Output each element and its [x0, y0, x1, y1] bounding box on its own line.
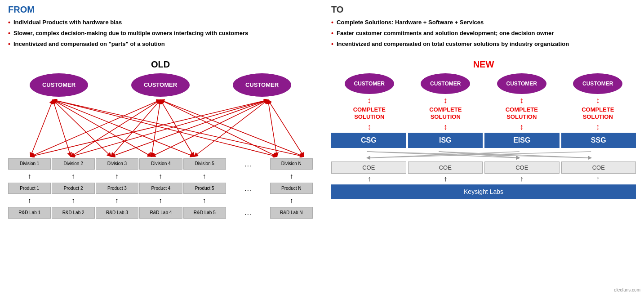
division-dots: … [227, 158, 269, 170]
svg-line-5 [71, 100, 160, 157]
rdlab-4: R&D Lab 4 [139, 207, 182, 218]
coe-3: COE [484, 161, 560, 174]
solution-to-sg-arrows: ↕ ↕ ↕ ↕ [331, 123, 636, 131]
ssg-box: SSG [561, 133, 636, 148]
new-diagram-title: NEW [331, 59, 636, 70]
arrow-col-1: ↕ [331, 96, 408, 104]
up-arrows-2: ↑ ↑ ↑ ↑ ↑ ↑ [8, 195, 313, 206]
from-title: FROM [8, 4, 313, 15]
complete-solution-1: COMPLETESOLUTION [345, 106, 394, 121]
product-2: Product 2 [52, 183, 94, 194]
arr-col-sg-2: ↕ [408, 123, 484, 131]
from-bullets: Individual Products with hardware bias S… [8, 18, 313, 51]
complete-solution-2: COMPLETESOLUTION [421, 106, 470, 121]
coe-arrows-svg [331, 150, 636, 160]
keysight-labs-box: Keysight Labs [331, 184, 636, 199]
old-diagram-title: OLD [8, 59, 313, 70]
rdlabs-row: R&D Lab 1 R&D Lab 2 R&D Lab 3 R&D Lab 4 … [8, 207, 313, 218]
eisg-box: EISG [484, 133, 560, 148]
old-customers-row: CUSTOMER CUSTOMER CUSTOMER [8, 73, 313, 97]
to-bullet-3: Incentivized and compensated on total cu… [331, 40, 636, 48]
division-3: Division 3 [96, 158, 138, 170]
division-5: Division 5 [183, 158, 226, 170]
csg-box: CSG [331, 133, 406, 148]
arrow-col-4: ↕ [560, 96, 636, 104]
left-panel: FROM Individual Products with hardware b… [4, 4, 322, 292]
to-bullet-1: Complete Solutions: Hardware + Software … [331, 18, 636, 27]
kl-arrow-col-2: ↑ [408, 175, 484, 183]
arrow-up-b4: ↑ [139, 195, 182, 206]
product-dots: … [227, 183, 269, 194]
old-grid: Division 1 Division 2 Division 3 Divisio… [8, 158, 313, 219]
svg-line-18 [268, 100, 304, 157]
from-bullet-3: Incentivized and compensated on "parts" … [8, 40, 313, 48]
new-customer-1: CUSTOMER [345, 73, 394, 94]
rdlab-1: R&D Lab 1 [8, 207, 51, 218]
old-customer-1: CUSTOMER [30, 73, 88, 97]
isg-box: ISG [408, 133, 483, 148]
product-5: Product 5 [183, 183, 226, 194]
red-arrow-3: ↕ [520, 96, 524, 104]
new-customer-4: CUSTOMER [573, 73, 622, 94]
arrow-up-b2: ↑ [52, 195, 94, 206]
rdlab-3: R&D Lab 3 [96, 207, 138, 218]
old-customer-2: CUSTOMER [131, 73, 190, 97]
division-1: Division 1 [8, 158, 51, 170]
main-container: FROM Individual Products with hardware b… [0, 0, 644, 296]
arrow-up-2: ↑ [52, 170, 94, 182]
old-arrows-svg [8, 99, 313, 157]
new-customer-2: CUSTOMER [421, 73, 470, 94]
red-arrow-2: ↕ [444, 96, 448, 104]
black-arrow-1: ↑ [368, 175, 371, 183]
red-arrow-4: ↕ [596, 96, 600, 104]
arrow-up-n: ↑ [270, 170, 313, 182]
divisions-row: Division 1 Division 2 Division 3 Divisio… [8, 158, 313, 170]
coe-1: COE [331, 161, 406, 174]
arrow-up-4: ↑ [139, 170, 182, 182]
arrow-up-b5: ↑ [183, 195, 226, 206]
arr-col-sg-4: ↕ [560, 123, 636, 131]
arrow-up-5: ↑ [183, 170, 226, 182]
svg-line-4 [31, 100, 160, 157]
arrow-up-b1: ↑ [8, 195, 51, 206]
product-3: Product 3 [96, 183, 138, 194]
svg-line-10 [268, 100, 277, 157]
division-n: Division N [270, 158, 313, 170]
arrow-col-3: ↕ [484, 96, 560, 104]
arrow-col-2: ↕ [408, 96, 484, 104]
to-title: TO [331, 4, 636, 15]
rdlab-2: R&D Lab 2 [52, 207, 94, 218]
from-bullet-2: Slower, complex decision-making due to m… [8, 29, 313, 37]
old-diagram: CUSTOMER CUSTOMER CUSTOMER [8, 73, 313, 217]
complete-solution-3: COMPLETESOLUTION [497, 106, 546, 121]
coe-2: COE [408, 161, 483, 174]
complete-solution-row: COMPLETESOLUTION COMPLETESOLUTION COMPLE… [331, 106, 636, 121]
to-bullets: Complete Solutions: Hardware + Software … [331, 18, 636, 51]
coe-row: COE COE COE COE [331, 161, 636, 174]
svg-line-21 [53, 100, 277, 157]
product-n: Product N [270, 183, 313, 194]
black-arrow-3: ↑ [520, 175, 524, 183]
arr-col-sg-3: ↕ [484, 123, 560, 131]
customer-to-solution-arrows: ↕ ↕ ↕ ↕ [331, 96, 636, 104]
red-arrow-sg-2: ↕ [444, 123, 448, 131]
product-4: Product 4 [139, 183, 182, 194]
to-bullet-2: Faster customer commitments and solution… [331, 29, 636, 37]
new-customers-row: CUSTOMER CUSTOMER CUSTOMER CUSTOMER [331, 73, 636, 94]
arr-col-sg-1: ↕ [331, 123, 408, 131]
from-bullet-1: Individual Products with hardware bias [8, 18, 313, 27]
kl-arrow-col-3: ↑ [484, 175, 560, 183]
product-1: Product 1 [8, 183, 51, 194]
black-arrow-2: ↑ [444, 175, 447, 183]
arrow-up-b-dots [227, 195, 269, 206]
arrow-up-dots [227, 170, 269, 182]
rdlab-n: R&D Lab N [270, 207, 313, 218]
products-row: Product 1 Product 2 Product 3 Product 4 … [8, 183, 313, 194]
coe-to-keysight-arrows: ↑ ↑ ↑ ↑ [331, 175, 636, 183]
arrow-up-3: ↑ [95, 170, 138, 182]
kl-arrow-col-1: ↑ [331, 175, 408, 183]
sg-row: CSG ISG EISG SSG [331, 133, 636, 148]
complete-solution-4: COMPLETESOLUTION [573, 106, 622, 121]
arrow-up-b3: ↑ [95, 195, 138, 206]
rdlab-dots: … [227, 207, 269, 218]
